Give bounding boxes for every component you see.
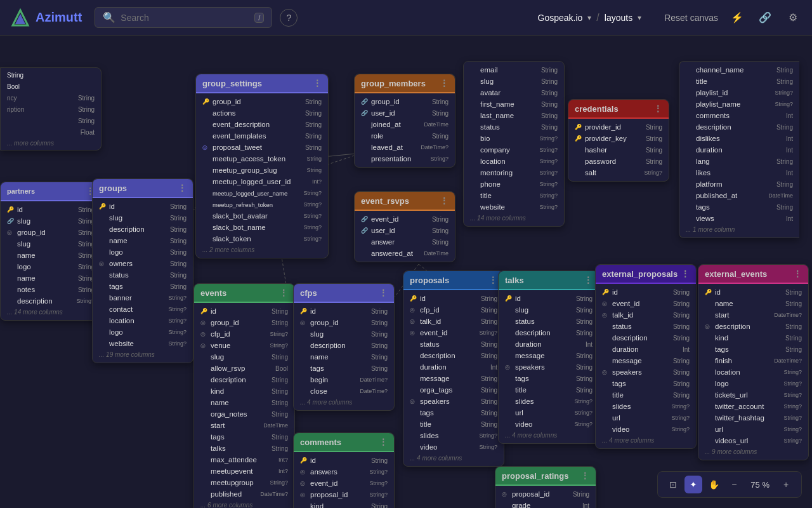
fit-view-button[interactable]: ⊡ (664, 476, 682, 493)
event-rsvps-menu[interactable]: ⋮ (440, 196, 449, 206)
table-header-external-events: external_events ⋮ (698, 265, 808, 284)
table-row: String (1, 69, 101, 81)
table-external-proposals: external_proposals ⋮ 🔑idString ◎event_id… (595, 264, 697, 449)
breadcrumb-separator: / (596, 12, 599, 23)
table-header-partners: partners ⋮ (1, 182, 101, 201)
table-talks: talks ⋮ 🔑idString slugString statusStrin… (498, 271, 599, 444)
table-header-comments: comments ⋮ (294, 433, 394, 452)
table-row: Float (1, 126, 101, 138)
table-title-proposal-ratings: proposal_ratings (502, 471, 568, 481)
help-button[interactable]: ? (280, 9, 298, 27)
table-group-members: group_members ⋮ 🔗group_idString 🔗user_id… (354, 74, 455, 168)
group-members-menu[interactable]: ⋮ (440, 78, 449, 88)
groups-menu[interactable]: ⋮ (178, 183, 187, 193)
table-users-partial: emailString slugString avatarString firs… (463, 61, 565, 227)
group-settings-menu[interactable]: ⋮ (313, 78, 322, 88)
zoom-level: 75 % (745, 480, 775, 490)
hand-button[interactable]: ✋ (705, 476, 723, 493)
credentials-menu[interactable]: ⋮ (653, 104, 662, 114)
table-comments: comments ⋮ 🔑idString ◎answersString? ◎ev… (293, 432, 395, 508)
table-title-external-events: external_events (705, 269, 767, 279)
canvas[interactable]: String Bool ncyString riptionString Stri… (0, 36, 812, 508)
zoom-out-button[interactable]: − (725, 476, 743, 493)
layout-caret-icon[interactable]: ▾ (638, 13, 641, 22)
table-title-partners: partners (7, 187, 35, 195)
table-playlist-partial: channel_nameString titleString playlist_… (679, 61, 799, 238)
table-title-external-proposals: external_proposals (602, 269, 678, 279)
table-title-group-members: group_members (361, 79, 426, 88)
talks-menu[interactable]: ⋮ (584, 275, 593, 285)
workspace-name[interactable]: Gospeak.io (538, 13, 583, 23)
external-events-menu[interactable]: ⋮ (793, 269, 802, 279)
table-title-groups: groups (99, 184, 127, 193)
table-partners-full: partners ⋮ 🔑idString 🔗slugString ◎group_… (0, 182, 102, 321)
table-title-event-rsvps: event_rsvps (361, 196, 409, 206)
table-header-cfps: cfps ⋮ (294, 284, 394, 303)
logo-area: Azimutt (10, 8, 82, 28)
table-title-talks: talks (505, 276, 524, 285)
table-groups: groups ⋮ 🔑idString slugString descriptio… (92, 178, 193, 363)
proposal-ratings-menu[interactable]: ⋮ (580, 471, 589, 481)
cursor-button[interactable]: ✦ (684, 476, 702, 493)
reset-canvas-button[interactable]: Reset canvas (664, 13, 718, 23)
table-proposal-ratings: proposal_ratings ⋮ ◎proposal_idString gr… (495, 466, 596, 508)
workspace-caret-icon[interactable]: ▾ (587, 13, 591, 22)
table-header-events: events ⋮ (194, 284, 294, 303)
table-group-settings: group_settings ⋮ 🔑group_idString actions… (195, 74, 329, 258)
table-cfps: cfps ⋮ 🔑idString ◎group_idString slugStr… (293, 283, 395, 411)
table-row: String (1, 115, 101, 126)
app-name: Azimutt (36, 10, 82, 25)
layout-name[interactable]: layouts (605, 13, 632, 23)
table-title-events: events (200, 288, 226, 298)
header: Azimutt 🔍 / ? Gospeak.io ▾ / layouts ▾ R… (0, 0, 812, 36)
kbd-badge: / (254, 13, 264, 23)
logo-icon (10, 8, 30, 28)
table-header-external-proposals: external_proposals ⋮ (596, 265, 696, 284)
table-external-events: external_events ⋮ 🔑idString nameString s… (698, 264, 809, 460)
table-row: riptionString (1, 104, 101, 115)
table-events: events ⋮ 🔑idString ◎group_idString ◎cfp_… (193, 283, 295, 508)
table-title-credentials: credentials (575, 104, 619, 114)
table-title-comments: comments (300, 438, 341, 447)
share-icon[interactable]: 🔗 (756, 9, 774, 27)
more-columns: ... more columns (1, 138, 101, 149)
table-row: ncyString (1, 92, 101, 104)
bottom-toolbar: ⊡ ✦ ✋ − 75 % + (657, 471, 802, 498)
table-header-group-members: group_members ⋮ (355, 74, 455, 93)
table-header-proposal-ratings: proposal_ratings ⋮ (495, 467, 596, 486)
table-header-proposals: proposals ⋮ (403, 271, 504, 290)
header-actions: Reset canvas ⚡ 🔗 ⚙ (664, 9, 802, 27)
search-input[interactable] (121, 13, 249, 23)
table-title-proposals: proposals (410, 276, 449, 285)
proposals-menu[interactable]: ⋮ (488, 275, 497, 285)
table-header-event-rsvps: event_rsvps ⋮ (355, 192, 455, 211)
table-header-groups: groups ⋮ (93, 179, 193, 198)
events-menu[interactable]: ⋮ (279, 288, 288, 298)
table-header-group-settings: group_settings ⋮ (196, 74, 328, 93)
lightning-icon[interactable]: ⚡ (728, 9, 746, 27)
table-credentials: credentials ⋮ 🔑provider_idString 🔑provid… (568, 99, 669, 182)
cfps-menu[interactable]: ⋮ (379, 288, 388, 298)
table-header-credentials: credentials ⋮ (568, 100, 669, 119)
table-partners: String Bool ncyString riptionString Stri… (0, 67, 102, 150)
comments-menu[interactable]: ⋮ (379, 437, 388, 447)
table-event-rsvps: event_rsvps ⋮ 🔗event_idString 🔗user_idSt… (354, 191, 455, 262)
search-icon: 🔍 (103, 11, 115, 23)
table-row: Bool (1, 81, 101, 92)
table-proposals: proposals ⋮ 🔑idString ◎cfp_idString ◎tal… (403, 271, 504, 467)
settings-icon[interactable]: ⚙ (784, 9, 802, 27)
table-title-cfps: cfps (300, 288, 317, 298)
table-title-group-settings: group_settings (202, 79, 262, 88)
search-bar[interactable]: 🔍 / (95, 7, 272, 28)
zoom-in-button[interactable]: + (777, 476, 795, 493)
workspace-area: Gospeak.io ▾ / layouts ▾ (538, 12, 642, 23)
external-proposals-menu[interactable]: ⋮ (681, 269, 690, 279)
table-header-talks: talks ⋮ (499, 271, 599, 290)
